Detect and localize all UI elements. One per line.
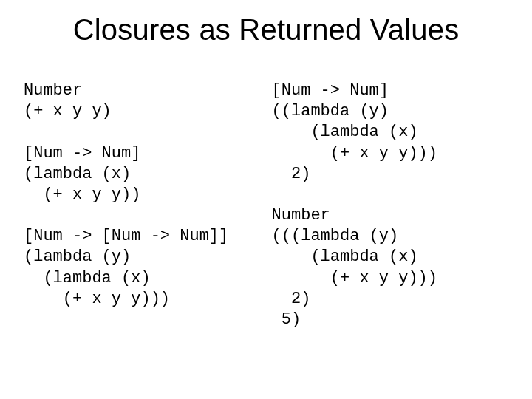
code-block-num-to-num: [Num -> Num] (lambda (x) (+ x y y)) <box>24 144 140 204</box>
left-column: Number (+ x y y) [Num -> Num] (lambda (x… <box>22 60 272 330</box>
slide: Closures as Returned Values Number (+ x … <box>0 0 532 399</box>
code-block-applied-twice: Number (((lambda (y) (lambda (x) (+ x y … <box>272 206 437 329</box>
code-block-applied-once: [Num -> Num] ((lambda (y) (lambda (x) (+… <box>272 81 437 183</box>
right-column: [Num -> Num] ((lambda (y) (lambda (x) (+… <box>272 60 510 330</box>
content-columns: Number (+ x y y) [Num -> Num] (lambda (x… <box>22 60 510 330</box>
code-block-number: Number (+ x y y) <box>24 81 112 120</box>
page-title: Closures as Returned Values <box>22 13 510 47</box>
code-block-num-to-num-to-num: [Num -> [Num -> Num]] (lambda (y) (lambd… <box>24 227 228 307</box>
